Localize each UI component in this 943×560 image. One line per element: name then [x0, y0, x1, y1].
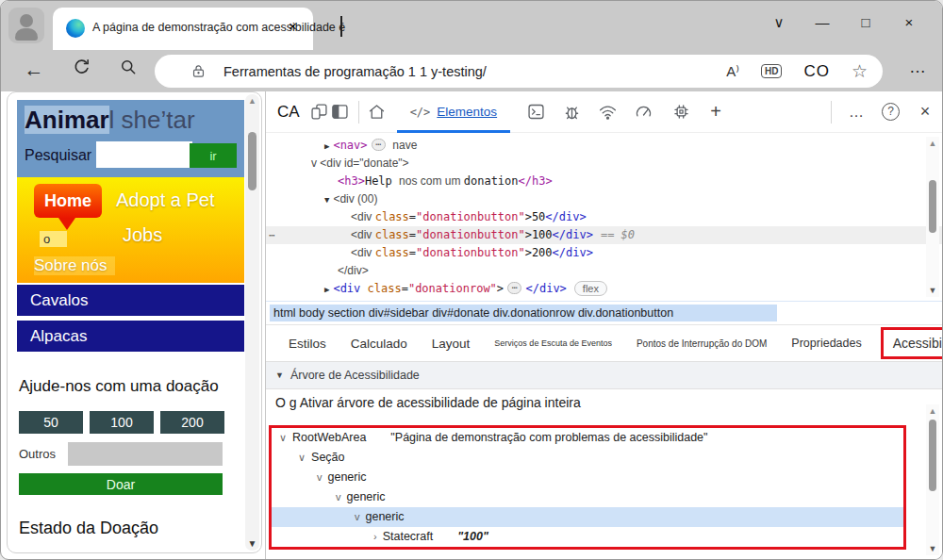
- scroll-up-icon[interactable]: ▲: [245, 96, 259, 106]
- collapse-triangle-icon[interactable]: ▼: [275, 371, 284, 380]
- search-go-button[interactable]: ir: [190, 143, 237, 168]
- site-search-input[interactable]: [96, 141, 192, 168]
- dom-tree-row[interactable]: ▶<div class="donationrow">⋯</div>flex: [266, 280, 942, 298]
- nav-about-us[interactable]: Sobre nós: [34, 256, 115, 275]
- text-cursor-artifact: [340, 16, 342, 37]
- dom-tree-row[interactable]: v <div id="donate">: [266, 155, 942, 173]
- network-wifi-icon[interactable]: [597, 102, 618, 123]
- favorite-star-icon[interactable]: ☆: [852, 60, 868, 82]
- device-emulation-icon[interactable]: [309, 102, 330, 123]
- back-button[interactable]: ←: [22, 58, 46, 82]
- tree-arrow-icon[interactable]: v: [355, 511, 360, 522]
- toolbar-divider: [831, 101, 832, 124]
- nav-home[interactable]: Home: [34, 184, 102, 218]
- breadcrumb[interactable]: html body section div#sidebar div#donate…: [270, 305, 777, 321]
- dom-tree-row[interactable]: <div class="donationbutton">50</div>: [266, 208, 942, 226]
- dom-tree-row[interactable]: <div class="donationbutton">200</div>: [266, 244, 942, 262]
- dom-tree-row[interactable]: ⋯<div class="donationbutton">100</div>==…: [266, 226, 942, 244]
- dom-tree-row[interactable]: <h3>Help nos com um donation</h3>: [266, 173, 942, 190]
- performance-gauge-icon[interactable]: [633, 102, 653, 123]
- pane-tab-layout[interactable]: Layout: [432, 337, 471, 351]
- donation-amount-button[interactable]: 50: [19, 411, 83, 434]
- a11y-scrollbar[interactable]: ▲ ▼: [926, 404, 939, 555]
- hd-badge[interactable]: HD: [761, 64, 782, 78]
- more-actions-icon[interactable]: ⋯: [269, 226, 274, 244]
- scroll-thumb[interactable]: [248, 132, 256, 190]
- sidebar-item-alpacas[interactable]: Alpacas: [17, 321, 244, 352]
- tree-arrow-icon[interactable]: ∨: [279, 432, 287, 443]
- site-title: Animarl she’tar: [25, 106, 195, 135]
- scroll-down-icon[interactable]: ▼: [245, 538, 259, 549]
- maximize-button[interactable]: □: [844, 8, 887, 37]
- donate-button[interactable]: Doar: [19, 473, 223, 495]
- dom-scrollbar[interactable]: ▲ ▼: [926, 137, 939, 297]
- scroll-up-icon[interactable]: ▲: [926, 406, 939, 416]
- browser-tab[interactable]: A página de demonstração com acessibilid…: [53, 8, 313, 50]
- close-devtools-button[interactable]: ×: [908, 102, 942, 122]
- other-amount-input[interactable]: [68, 442, 223, 466]
- a11y-tree-node[interactable]: ›Statecraft"100": [272, 527, 903, 547]
- code-token: <div: [351, 228, 375, 241]
- expand-arrow-icon[interactable]: ▶: [324, 141, 329, 151]
- minimize-button[interactable]: —: [801, 8, 844, 37]
- pane-tab-calculado[interactable]: Calculado: [351, 337, 407, 351]
- search-icon[interactable]: [116, 58, 141, 82]
- read-aloud-icon[interactable]: A⁾: [726, 63, 739, 80]
- a11y-tree-node[interactable]: vgeneric: [272, 487, 903, 507]
- tree-arrow-icon[interactable]: ›: [373, 531, 377, 542]
- scroll-up-icon[interactable]: ▲: [926, 139, 939, 148]
- ellipsis-expand-icon[interactable]: ⋯: [507, 282, 521, 294]
- dom-tree-row[interactable]: ▼<div (00): [266, 190, 942, 208]
- scroll-thumb[interactable]: [929, 180, 936, 233]
- nav-adopt-a-pet[interactable]: Adopt a Pet: [116, 189, 215, 211]
- expand-arrow-icon[interactable]: ▶: [324, 285, 329, 294]
- a11y-tree-node[interactable]: vgeneric: [272, 507, 903, 527]
- page-scrollbar[interactable]: ▲ ▼: [245, 94, 259, 551]
- console-icon[interactable]: [525, 102, 546, 123]
- refresh-button[interactable]: [69, 58, 93, 82]
- pane-tab-servi-os-de-escuta-de-eventos[interactable]: Serviços de Escuta de Eventos: [494, 338, 612, 348]
- tab-elements[interactable]: </> Elementos: [395, 91, 512, 133]
- tree-arrow-icon[interactable]: ∨: [298, 452, 306, 463]
- a11y-tree-node[interactable]: vgeneric: [272, 468, 903, 487]
- expand-arrow-icon[interactable]: ▼: [324, 195, 329, 205]
- url-text[interactable]: Ferramentas de programação 1 1 y-testing…: [223, 64, 726, 79]
- donation-amount-button[interactable]: 100: [90, 411, 154, 434]
- accessibility-tree-section-header[interactable]: ▼ Árvore de Acessibilidade: [266, 361, 942, 389]
- pane-tab-propriedades[interactable]: Propriedades: [791, 337, 861, 350]
- pane-tab-acessibilidade[interactable]: Acessibilidade: [881, 327, 943, 359]
- issues-bug-icon[interactable]: [561, 102, 582, 123]
- inspect-element-button[interactable]: CA: [277, 103, 300, 122]
- donation-amount-button[interactable]: 200: [160, 411, 224, 434]
- tab-close-icon[interactable]: ×: [289, 18, 297, 34]
- tab-search-chevron-icon[interactable]: ∨: [757, 8, 801, 37]
- pane-tab-estilos[interactable]: Estilos: [289, 337, 326, 351]
- scroll-down-icon[interactable]: ▼: [926, 286, 939, 295]
- url-field[interactable]: Ferramentas de programação 1 1 y-testing…: [155, 55, 883, 88]
- dock-side-icon[interactable]: [330, 102, 351, 123]
- sidebar-item-cavalos[interactable]: Cavalos: [17, 285, 244, 316]
- dom-tree-row[interactable]: </div>: [266, 262, 942, 280]
- profile-initials-badge[interactable]: CO: [803, 62, 830, 81]
- nav-jobs[interactable]: Jobs: [123, 224, 162, 246]
- memory-chip-icon[interactable]: [670, 102, 691, 123]
- flex-badge[interactable]: flex: [574, 281, 607, 296]
- tree-arrow-icon[interactable]: v: [336, 491, 341, 502]
- pane-tab-pontos-de-interrup-o-do-dom[interactable]: Pontos de Interrupção do DOM: [637, 338, 767, 349]
- close-window-button[interactable]: ×: [887, 8, 931, 37]
- scroll-down-icon[interactable]: ▼: [926, 544, 939, 553]
- devtools-more-menu[interactable]: …: [839, 104, 873, 121]
- home-icon[interactable]: [367, 102, 388, 123]
- browser-more-menu[interactable]: …: [909, 58, 927, 77]
- enable-full-page-a11y-checkbox[interactable]: O g Ativar árvore de acessibilidade de p…: [275, 395, 581, 410]
- add-tab-button[interactable]: +: [699, 101, 733, 123]
- a11y-tree-node[interactable]: ∨Seção: [272, 448, 903, 468]
- profile-avatar-button[interactable]: [8, 8, 44, 43]
- nav-o[interactable]: o: [40, 231, 67, 247]
- help-icon[interactable]: ?: [882, 103, 900, 121]
- ellipsis-expand-icon[interactable]: ⋯: [372, 139, 386, 151]
- a11y-tree-node[interactable]: ∨RootWebArea"Página de demonstração com …: [272, 428, 903, 448]
- tree-arrow-icon[interactable]: v: [317, 471, 323, 483]
- scroll-thumb[interactable]: [929, 420, 936, 491]
- dom-tree-row[interactable]: ▶<nav>⋯ nave: [266, 137, 942, 155]
